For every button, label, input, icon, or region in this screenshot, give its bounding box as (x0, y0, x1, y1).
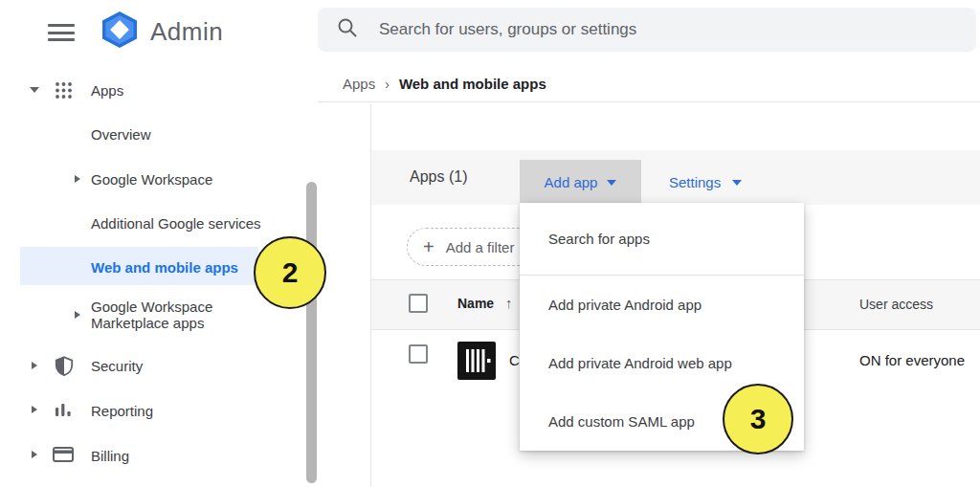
chevron-right-icon[interactable] (75, 311, 80, 319)
column-header-name[interactable]: Name (457, 296, 494, 311)
menu-item-search-for-apps[interactable]: Search for apps (520, 203, 804, 275)
credit-card-icon (53, 446, 74, 467)
sidebar-scrollbar[interactable] (306, 182, 317, 483)
sidebar-item-reporting[interactable]: Reporting (91, 403, 153, 419)
apps-grid-icon (55, 81, 73, 103)
app-name-fragment[interactable]: C (509, 352, 520, 368)
chevron-down-icon (607, 180, 616, 186)
add-app-button[interactable]: Add app (520, 160, 641, 205)
chevron-down-icon (732, 180, 742, 186)
select-all-checkbox[interactable] (409, 294, 428, 313)
breadcrumb-divider (318, 101, 980, 102)
chevron-right-icon[interactable] (32, 406, 37, 413)
step-3-number: 3 (750, 403, 767, 435)
admin-logo[interactable]: Admin (99, 11, 213, 52)
sidebar-item-apps[interactable]: Apps (91, 82, 123, 99)
user-access-value: ON for everyone (859, 352, 965, 368)
row-checkbox[interactable] (409, 344, 428, 364)
step-3-annotation-badge: 3 (723, 384, 793, 454)
admin-hexagon-icon (99, 11, 141, 53)
sidebar-item-security[interactable]: Security (91, 358, 143, 374)
shield-icon (54, 355, 75, 381)
breadcrumb-apps[interactable]: Apps (343, 76, 375, 92)
breadcrumb: Apps › Web and mobile apps (343, 76, 546, 92)
admin-title: Admin (150, 17, 223, 47)
add-app-label: Add app (545, 174, 598, 190)
chevron-right-icon[interactable] (75, 175, 80, 183)
add-filter-label: Add a filter (446, 239, 515, 255)
breadcrumb-current: Web and mobile apps (399, 76, 546, 92)
step-2-annotation-badge: 2 (254, 236, 326, 309)
chevron-right-icon[interactable] (32, 362, 37, 369)
menu-hamburger-icon[interactable] (48, 24, 75, 41)
settings-button[interactable]: Settings (669, 160, 742, 205)
global-search-input[interactable]: Search for users, groups or settings (318, 8, 976, 52)
column-header-user-access[interactable]: User access (859, 297, 933, 312)
sidebar-item-additional-google-services[interactable]: Additional Google services (91, 215, 261, 232)
bar-chart-icon (55, 402, 72, 423)
sort-ascending-icon[interactable]: ↑ (505, 295, 513, 311)
sidebar-item-overview[interactable]: Overview (91, 126, 151, 143)
menu-item-add-private-android-app[interactable]: Add private Android app (520, 276, 804, 334)
breadcrumb-separator: › (385, 77, 390, 92)
apps-count-label: Apps (1) (410, 168, 467, 186)
search-icon (337, 17, 358, 42)
barcode-app-icon (457, 342, 496, 380)
chevron-right-icon[interactable] (32, 451, 37, 458)
settings-label: Settings (669, 174, 721, 190)
sidebar-item-web-and-mobile-apps[interactable]: Web and mobile apps (91, 259, 238, 276)
sidebar-item-billing[interactable]: Billing (91, 448, 129, 464)
chevron-down-icon[interactable] (30, 87, 39, 93)
plus-icon: + (423, 236, 434, 258)
search-placeholder: Search for users, groups or settings (379, 20, 636, 39)
sidebar-item-marketplace-apps[interactable]: Google Workspace Marketplace apps (91, 299, 244, 331)
sidebar-item-google-workspace[interactable]: Google Workspace (91, 171, 212, 188)
step-2-number: 2 (282, 256, 299, 289)
